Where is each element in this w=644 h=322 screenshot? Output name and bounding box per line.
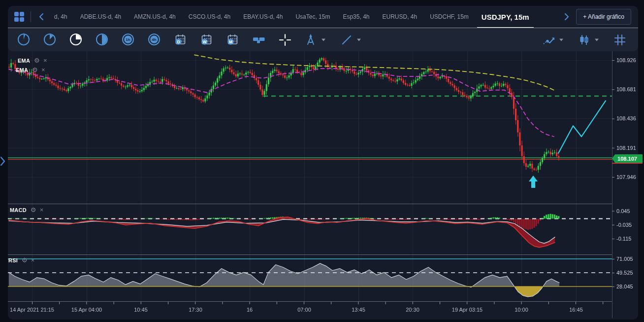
renko-icon[interactable] [252, 33, 265, 46]
legend-ema-slow: EMA ⚙ × [16, 66, 45, 73]
tab-ebay-us-d-4h[interactable]: EBAY.US-d, 4h [237, 6, 289, 28]
trendline-tool-icon[interactable] [340, 33, 353, 46]
rsi-remove-icon[interactable]: × [31, 256, 35, 264]
legend-macd-label: MACD [10, 207, 27, 213]
ema-slow-remove-icon[interactable]: × [41, 66, 45, 73]
chart-tabs: d, 4hADBE.US-d, 4hAMZN.US-d, 4hCSCO.US-d… [48, 6, 560, 28]
current-price-red-line [612, 163, 643, 164]
axis-tick-label: 107.946 [616, 174, 642, 180]
current-price-badge: 108.107 [612, 154, 643, 163]
add-chart-button[interactable]: + Añadir gráfico [576, 9, 631, 25]
tab-usdchf-15m[interactable]: USDCHF, 15m [423, 6, 475, 28]
interval-1h-icon[interactable]: 1h [122, 33, 135, 46]
time-tick-label: 16:45 [544, 307, 608, 313]
compass-tool-caret-icon[interactable] [321, 38, 327, 41]
chart-toolbar: 1h4hDWM [8, 28, 638, 51]
tab-eurusd-4h[interactable]: EURUSD, 4h [376, 6, 423, 28]
svg-text:D: D [177, 39, 180, 44]
ema-fast-remove-icon[interactable]: × [43, 57, 47, 64]
rsi-settings-icon[interactable]: ⚙ [22, 256, 28, 264]
axis-tick-label: 71.005 [616, 256, 642, 262]
svg-text:1h: 1h [126, 37, 130, 42]
chart-type-caret-icon[interactable] [594, 38, 600, 41]
tabbar-divider [31, 11, 31, 22]
macd-remove-icon[interactable]: × [40, 206, 44, 214]
trendline-tool-caret-icon[interactable] [356, 38, 362, 41]
axis-tick-label: -0.115 [616, 236, 642, 242]
interval-4h-icon[interactable]: 4h [148, 33, 161, 46]
ema-slow-settings-icon[interactable]: ⚙ [32, 66, 38, 73]
side-panel-expand-icon[interactable] [0, 156, 6, 169]
macd-settings-icon[interactable]: ⚙ [31, 206, 36, 214]
axis-tick-label: 108.436 [616, 115, 642, 121]
axis-tick-label: 49.525 [616, 270, 642, 276]
interval-monthly-icon[interactable]: M [226, 33, 239, 46]
chart-tabbar: d, 4hADBE.US-d, 4hAMZN.US-d, 4hCSCO.US-d… [8, 6, 638, 28]
apps-grid-icon[interactable] [12, 11, 27, 22]
indicators-icon[interactable] [542, 33, 555, 46]
legend-rsi: RSI ⚙ × [8, 256, 35, 264]
svg-text:4h: 4h [152, 37, 156, 42]
svg-text:M: M [229, 39, 232, 44]
tab-usdjpy-15m[interactable]: USDJPY, 15m [475, 6, 536, 28]
legend-rsi-label: RSI [8, 257, 18, 263]
legend-ema-fast-label: EMA [18, 58, 30, 64]
legend-ema-fast: EMA ⚙ × [18, 57, 47, 64]
axis-tick-label: 28.045 [616, 284, 642, 289]
tab-csco-us-d-4h[interactable]: CSCO.US-d, 4h [182, 6, 237, 28]
tab-d-4h[interactable]: d, 4h [48, 6, 74, 28]
compass-tool-icon[interactable] [304, 33, 318, 46]
interval-5m-icon[interactable] [43, 33, 57, 46]
tabs-scroll-left-icon[interactable] [35, 13, 48, 21]
interval-30m-icon[interactable] [96, 33, 109, 46]
axis-tick-label: -0.035 [616, 222, 642, 228]
ema-fast-settings-icon[interactable]: ⚙ [34, 57, 40, 64]
axis-tick-label: 108.681 [616, 86, 642, 92]
tabs-scroll-right-icon[interactable] [560, 13, 573, 21]
axis-tick-label: 0.045 [616, 208, 642, 214]
crosshair-icon[interactable] [278, 33, 291, 46]
indicators-caret-icon[interactable] [559, 38, 565, 41]
tab-adbe-us-d-4h[interactable]: ADBE.US-d, 4h [74, 6, 128, 28]
interval-weekly-icon[interactable]: W [200, 33, 213, 46]
tab-usatec-15m[interactable]: UsaTec, 15m [289, 6, 336, 28]
interval-15m-icon[interactable] [69, 33, 83, 46]
interval-daily-icon[interactable]: D [174, 33, 187, 46]
svg-text:W: W [202, 39, 207, 44]
interval-1m-icon[interactable] [17, 33, 31, 46]
chart-type-icon[interactable] [578, 33, 591, 46]
legend-ema-slow-label: EMA [16, 67, 28, 73]
tab-esp35-4h[interactable]: Esp35, 4h [336, 6, 376, 28]
legend-macd: MACD ⚙ × [10, 206, 43, 214]
axis-tick-label: 108.191 [616, 145, 642, 151]
tab-amzn-us-d-4h[interactable]: AMZN.US-d, 4h [128, 6, 182, 28]
axis-tick-label: 108.926 [616, 57, 642, 63]
grid-toggle-icon[interactable] [613, 33, 626, 46]
